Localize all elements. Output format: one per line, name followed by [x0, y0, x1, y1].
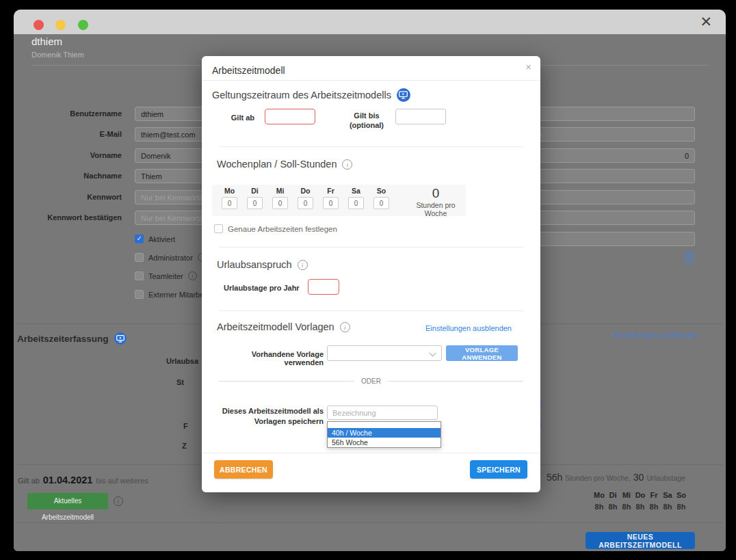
save-as-template-label: Dieses Arbeitszeitmodell als Vorlagen sp… [215, 406, 324, 427]
current-model-info-icon[interactable] [114, 496, 123, 506]
apply-template-button[interactable]: VORLAGE ANWENDEN [446, 345, 518, 361]
administrator-label: Administrator [148, 254, 193, 262]
weekday-label: So [369, 187, 394, 195]
timetracking-title-text: Arbeitszeiterfassung [17, 334, 109, 344]
week-hours-row: 8h 8h 8h 8h 8h 8h 8h [592, 501, 688, 513]
cancel-button[interactable]: ABBRECHEN [214, 460, 273, 479]
day-hours: 8h [620, 501, 633, 513]
weekday-hours-input[interactable] [298, 197, 313, 209]
save-as-template-label-line2: Vorlagen speichern [215, 416, 324, 427]
exact-times-label: Genaue Arbeitszeiten festlegen [228, 225, 337, 233]
weekday-hours-input[interactable] [272, 197, 288, 209]
minimize-traffic-light[interactable] [55, 20, 66, 30]
clipboard-icon[interactable] [685, 252, 694, 263]
covered-label-f: F [183, 422, 188, 430]
day-hours: 8h [592, 501, 606, 513]
checkbox-row-aktiviert[interactable]: Aktiviert [135, 235, 175, 243]
page-subtitle: Domenik Thiem [31, 51, 84, 59]
save-button[interactable]: SPEICHERN [470, 460, 527, 479]
weekday-column: Mi [267, 187, 293, 209]
modal-settings-toggle-link[interactable]: Einstellungen ausblenden [425, 324, 512, 332]
vacation-title-text: Urlaubsanspruch [217, 259, 292, 270]
day-hours: 8h [674, 501, 688, 513]
template-suggestions-dropdown: 40h / Woche 56h Woche [327, 421, 441, 448]
or-label: ODER [361, 377, 381, 385]
weekday-hours-input[interactable] [323, 197, 339, 209]
hours-per-week-label: Stunden pro Woche, [565, 474, 631, 482]
email-label: E-Mail [14, 130, 122, 138]
app-window: ✕ dthiem Domenik Thiem Benutzername E-Ma… [14, 10, 726, 551]
day-hours: 8h [647, 501, 661, 513]
weekplan-section-title: Wochenplan / Soll-Stunden [217, 159, 352, 170]
page-settings-toggle-link[interactable]: Einstellungen ausblenden [612, 331, 698, 339]
maximize-traffic-light[interactable] [78, 20, 88, 30]
day-header: Sa [661, 490, 674, 501]
day-hours: 8h [661, 501, 674, 513]
exact-times-row[interactable]: Genaue Arbeitszeiten festlegen [214, 224, 337, 233]
teamleiter-checkbox[interactable] [135, 271, 144, 280]
or-separator: ODER [219, 377, 523, 385]
weekplan-days: Mo Di Mi Do [217, 187, 394, 209]
externer-mitarbeiter-checkbox[interactable] [135, 290, 144, 299]
hours-per-week-value: 56h [547, 472, 562, 483]
screen: ✕ dthiem Domenik Thiem Benutzername E-Ma… [0, 0, 736, 560]
model-summary: 56h Stunden pro Woche, 30 Urlaubstage [547, 472, 685, 483]
new-model-button[interactable]: NEUES ARBEITSZEITMODELL [586, 532, 695, 549]
dropdown-option-56h[interactable]: 56h Woche [328, 438, 441, 447]
vacation-days-input[interactable] [308, 279, 339, 295]
valid-to-label-line1: Gilt bis [342, 111, 391, 120]
chevron-down-icon [430, 350, 436, 357]
valid-from-prefix: Gilt ab [18, 477, 40, 485]
tutorial-video-icon[interactable] [114, 332, 127, 345]
weekplan-panel: Mo Di Mi Do [212, 185, 466, 216]
weekday-hours-input[interactable] [348, 197, 364, 209]
weekday-hours-input[interactable] [373, 197, 389, 209]
valid-to-label-line2: (optional) [342, 120, 391, 130]
close-traffic-light[interactable] [34, 20, 44, 30]
timetracking-section-title: Arbeitszeiterfassung [17, 332, 127, 345]
vacation-section-title: Urlaubsanspruch [217, 259, 308, 270]
weekday-label: Mo [217, 187, 242, 195]
teamleiter-info-icon[interactable] [188, 271, 197, 280]
weekday-hours-input[interactable] [222, 197, 237, 209]
dropdown-option-empty[interactable] [328, 422, 441, 428]
weekday-label: Do [293, 187, 318, 195]
total-hours-label: Stunden pro Woche [409, 201, 462, 217]
teamleiter-label: Teamleiter [148, 272, 183, 280]
current-week-table: Mo Di Mi Do Fr Sa So 8h 8h 8h 8h 8h 8h 8… [592, 490, 688, 513]
vacation-days-label: Urlaubstage pro Jahr [224, 284, 300, 292]
current-model-validity: Gilt ab 01.04.2021 bis auf weiteres [18, 475, 148, 485]
templates-info-icon[interactable] [340, 322, 350, 332]
dialog-close-icon[interactable]: × [525, 61, 531, 72]
checkbox-row-teamleiter[interactable]: Teamleiter [135, 271, 197, 280]
vacation-days-label: Urlaubstage [646, 474, 685, 482]
validity-title-text: Geltungszeitraum des Arbeitszeitmodells [212, 90, 391, 101]
weekday-hours-input[interactable] [247, 197, 263, 209]
aktiviert-checkbox[interactable] [135, 235, 144, 243]
valid-from-date: 01.04.2021 [43, 475, 93, 485]
dropdown-option-40h[interactable]: 40h / Woche [328, 428, 441, 438]
vacation-info-icon[interactable] [298, 260, 308, 270]
covered-label-urlaubs: Urlaubsa [166, 357, 198, 365]
valid-to-input[interactable] [395, 109, 446, 124]
administrator-checkbox[interactable] [135, 253, 144, 262]
tutorial-video-icon[interactable] [397, 88, 410, 102]
current-model-badge[interactable]: Aktuelles Arbeitszeitmodell [27, 493, 108, 509]
weekplan-total: 0 Stunden pro Woche [409, 186, 462, 217]
weekday-column: Sa [343, 187, 369, 209]
weekday-label: Di [242, 187, 267, 195]
valid-from-input[interactable] [265, 109, 315, 124]
checkbox-row-administrator[interactable]: Administrator [135, 253, 207, 262]
day-header: Mo [592, 490, 606, 501]
divider [219, 247, 523, 248]
password-label: Kennwort [14, 193, 122, 201]
template-select[interactable] [327, 345, 442, 361]
weekday-label: Sa [343, 187, 369, 195]
template-name-input[interactable] [327, 405, 438, 420]
window-close-icon[interactable]: ✕ [700, 12, 712, 32]
use-template-label: Vorhandene Vorlage verwenden [215, 350, 324, 366]
weekplan-info-icon[interactable] [342, 159, 352, 170]
weekday-label: Mi [267, 187, 293, 195]
exact-times-checkbox[interactable] [214, 224, 223, 233]
divider [219, 310, 523, 311]
